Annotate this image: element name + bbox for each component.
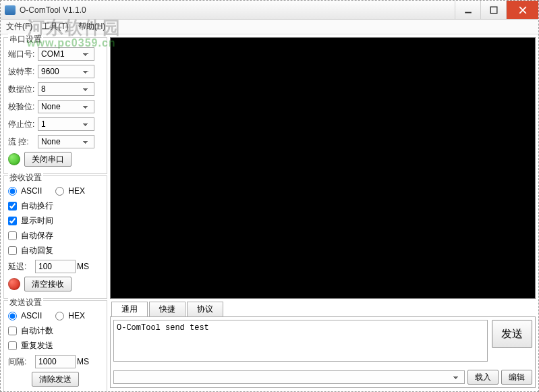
recv-time-label: 显示时间: [21, 215, 53, 227]
flow-select[interactable]: None: [38, 135, 94, 148]
send-count-label: 自动计数: [21, 325, 53, 337]
recv-hex-radio[interactable]: [55, 187, 64, 196]
menu-tool[interactable]: 工具(T): [42, 21, 68, 32]
recv-wrap-check[interactable]: [8, 202, 17, 211]
recv-reply-check[interactable]: [8, 246, 17, 255]
data-select[interactable]: 8: [38, 82, 94, 96]
serial-title: 串口设置: [8, 34, 43, 45]
status-led-icon: [8, 153, 20, 165]
minimize-button[interactable]: [455, 1, 480, 19]
recv-hex-label: HEX: [68, 186, 85, 196]
menu-file[interactable]: 文件(F): [6, 21, 32, 32]
terminal-output[interactable]: [110, 37, 536, 299]
stop-select[interactable]: 1: [38, 117, 94, 131]
tab-quick[interactable]: 快捷: [149, 302, 186, 316]
recv-delay-label: 延迟:: [8, 261, 35, 273]
data-label: 数据位:: [8, 84, 38, 95]
send-hex-label: HEX: [68, 311, 85, 320]
tab-general[interactable]: 通用: [111, 302, 148, 316]
recv-ms: MS: [77, 262, 89, 271]
recv-wrap-label: 自动换行: [21, 200, 53, 212]
send-ms: MS: [77, 357, 89, 366]
menu-help[interactable]: 帮助(H): [78, 21, 106, 32]
recv-time-check[interactable]: [8, 217, 17, 225]
stop-label: 停止位:: [8, 119, 38, 130]
load-button[interactable]: 载入: [467, 370, 499, 385]
window-title: O-ComTool V1.1.0: [20, 5, 455, 15]
send-textarea[interactable]: O-ComTool send test: [113, 320, 488, 362]
menubar: 文件(F) 工具(T) 帮助(H): [1, 20, 538, 34]
recv-delay-input[interactable]: [35, 260, 76, 273]
parity-label: 校验位:: [8, 101, 38, 113]
send-repeat-check[interactable]: [8, 341, 17, 350]
maximize-button[interactable]: [480, 1, 506, 19]
send-ascii-label: ASCII: [21, 311, 42, 320]
close-port-button[interactable]: 关闭串口: [24, 152, 72, 167]
tab-protocol[interactable]: 协议: [187, 302, 223, 316]
app-icon: [5, 5, 16, 15]
send-group: 发送设置 ASCII HEX 自动计数 重复发送 间隔:MS 清除发送: [3, 300, 107, 392]
recv-ascii-radio[interactable]: [8, 187, 17, 196]
send-interval-label: 间隔:: [8, 356, 35, 368]
history-select[interactable]: [113, 370, 465, 384]
baud-select[interactable]: 9600: [38, 65, 94, 78]
send-ascii-radio[interactable]: [8, 312, 17, 320]
send-repeat-label: 重复发送: [21, 340, 53, 352]
recv-save-label: 自动保存: [21, 230, 53, 242]
parity-select[interactable]: None: [38, 100, 94, 113]
recv-group: 接收设置 ASCII HEX 自动换行 显示时间 自动保存 自动回复 延迟:MS…: [3, 175, 107, 299]
recv-ascii-label: ASCII: [21, 186, 42, 196]
titlebar: O-ComTool V1.1.0: [1, 1, 538, 20]
recv-title: 接收设置: [8, 172, 43, 184]
recv-led-icon: [8, 278, 20, 290]
serial-group: 串口设置 端口号:COM1 波特率:9600 数据位:8 校验位:None 停止…: [3, 37, 107, 174]
baud-label: 波特率:: [8, 66, 38, 78]
recv-reply-label: 自动回复: [21, 245, 53, 256]
flow-label: 流 控:: [8, 136, 38, 148]
send-hex-radio[interactable]: [55, 312, 64, 320]
port-label: 端口号:: [8, 49, 38, 60]
port-select[interactable]: COM1: [38, 47, 94, 61]
clear-recv-button[interactable]: 清空接收: [24, 277, 72, 291]
send-button[interactable]: 发送: [492, 320, 532, 348]
send-title: 发送设置: [8, 297, 43, 308]
close-button[interactable]: [506, 1, 538, 19]
edit-button[interactable]: 编辑: [501, 370, 532, 385]
send-count-check[interactable]: [8, 327, 17, 335]
recv-save-check[interactable]: [8, 231, 17, 240]
send-interval-input[interactable]: [35, 355, 76, 368]
svg-rect-1: [490, 7, 497, 13]
clear-send-button[interactable]: 清除发送: [32, 372, 79, 387]
